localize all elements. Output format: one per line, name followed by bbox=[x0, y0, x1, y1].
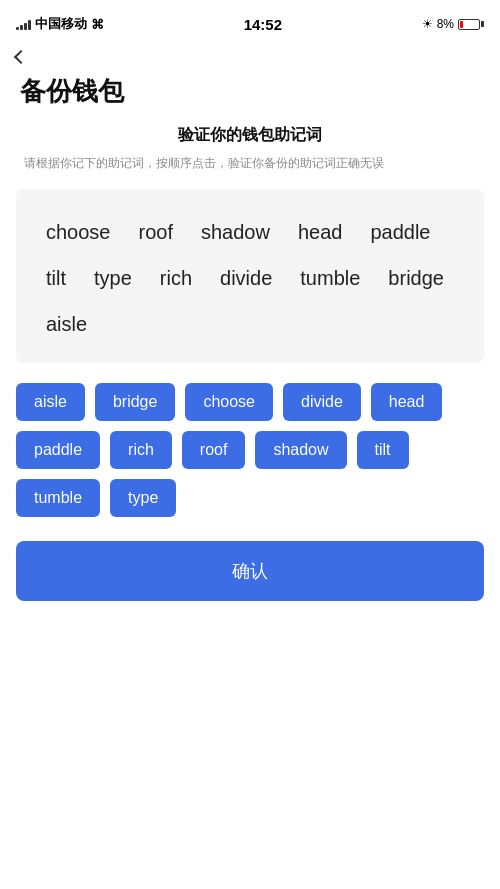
confirm-section: 确认 bbox=[0, 529, 500, 621]
display-word: choose bbox=[32, 209, 125, 255]
battery-percent: 8% bbox=[437, 17, 454, 31]
word-buttons-section: aislebridgechoosedivideheadpaddlerichroo… bbox=[0, 363, 500, 529]
display-word: paddle bbox=[356, 209, 444, 255]
word-button[interactable]: roof bbox=[182, 431, 246, 469]
word-button[interactable]: divide bbox=[283, 383, 361, 421]
display-word: shadow bbox=[187, 209, 284, 255]
word-button[interactable]: tilt bbox=[357, 431, 409, 469]
display-word: divide bbox=[206, 255, 286, 301]
battery-icon bbox=[458, 19, 484, 30]
display-word: tilt bbox=[32, 255, 80, 301]
word-button[interactable]: head bbox=[371, 383, 443, 421]
word-button[interactable]: paddle bbox=[16, 431, 100, 469]
confirm-button[interactable]: 确认 bbox=[16, 541, 484, 601]
carrier-label: 中国移动 bbox=[35, 15, 87, 33]
status-bar: 中国移动 ⌘ 14:52 ☀ 8% bbox=[0, 0, 500, 44]
word-button[interactable]: aisle bbox=[16, 383, 85, 421]
display-word: head bbox=[284, 209, 357, 255]
word-button[interactable]: tumble bbox=[16, 479, 100, 517]
display-word: tumble bbox=[286, 255, 374, 301]
carrier-signal: 中国移动 ⌘ bbox=[16, 15, 104, 33]
back-button[interactable] bbox=[0, 44, 500, 70]
time-display: 14:52 bbox=[244, 16, 282, 33]
word-button[interactable]: rich bbox=[110, 431, 172, 469]
page-title: 备份钱包 bbox=[0, 70, 500, 125]
display-word: rich bbox=[146, 255, 206, 301]
section-title: 验证你的钱包助记词 bbox=[0, 125, 500, 146]
word-button[interactable]: choose bbox=[185, 383, 273, 421]
back-arrow-icon bbox=[14, 50, 28, 64]
battery-area: ☀ 8% bbox=[422, 17, 484, 31]
wifi-icon: ⌘ bbox=[91, 17, 104, 32]
word-button[interactable]: bridge bbox=[95, 383, 175, 421]
word-display-box: chooseroofshadowheadpaddletilttyperichdi… bbox=[16, 189, 484, 363]
signal-icon bbox=[16, 18, 31, 30]
word-button[interactable]: type bbox=[110, 479, 176, 517]
display-word: aisle bbox=[32, 301, 101, 347]
word-buttons-grid: aislebridgechoosedivideheadpaddlerichroo… bbox=[16, 383, 484, 517]
word-button[interactable]: shadow bbox=[255, 431, 346, 469]
display-word: roof bbox=[125, 209, 187, 255]
display-word: bridge bbox=[374, 255, 458, 301]
brightness-icon: ☀ bbox=[422, 17, 433, 31]
display-word: type bbox=[80, 255, 146, 301]
section-desc: 请根据你记下的助记词，按顺序点击，验证你备份的助记词正确无误 bbox=[0, 154, 500, 173]
